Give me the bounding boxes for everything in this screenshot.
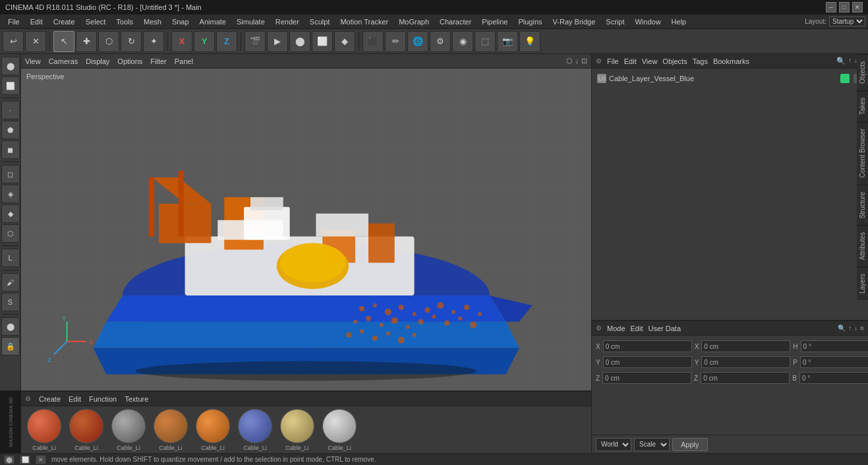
ftab-layers[interactable]: Layers [857,266,868,300]
status-btn-1[interactable]: ⬤ [4,455,14,464]
vp-menu-options[interactable]: Options [117,57,142,65]
menu-pipeline[interactable]: Pipeline [477,16,513,27]
object-visibility-dot[interactable] [840,74,850,83]
attr-b-rot[interactable] [799,372,868,384]
ftab-objects[interactable]: Objects [857,54,868,90]
attributes-menu-mode[interactable]: Mode [607,325,625,332]
attr-ctrl-3[interactable]: ↓ [854,325,857,332]
render-settings-btn[interactable]: ⬜ [312,31,333,52]
menu-tools[interactable]: Tools [111,16,138,27]
attr-y-pos[interactable] [603,356,692,368]
lt-motion[interactable]: ⬡ [1,224,20,243]
objects-menu-edit[interactable]: Edit [624,57,637,65]
object-row[interactable]: L0 Cable_Layer_Vessel_Blue [594,71,865,86]
menu-help[interactable]: Help [666,16,692,27]
menu-window[interactable]: Window [629,16,666,27]
rotate-btn[interactable]: ↻ [121,31,142,52]
attr-x-pos[interactable] [603,340,692,352]
ftab-content-browser[interactable]: Content Browser [857,121,868,184]
lt-points[interactable]: · [1,101,20,119]
objects-panel-ctrl1[interactable]: ↑ [848,57,852,65]
env-btn[interactable]: 🌐 [407,31,428,52]
vp-ctrl-2[interactable]: ↓ [575,57,579,65]
objects-menu-view[interactable]: View [642,57,658,65]
stop-btn[interactable]: ⬤ [289,31,310,52]
layout-select[interactable]: Startup [829,16,865,26]
coord-system-select[interactable]: World Local [596,438,631,451]
light-btn[interactable]: 💡 [519,31,540,52]
attributes-menu-userdata[interactable]: User Data [649,325,681,332]
objects-menu-objects[interactable]: Objects [662,57,687,65]
axis-y-btn[interactable]: Y [194,31,215,52]
material-item-2[interactable]: Cable_Li [67,409,105,451]
minimize-btn[interactable]: ─ [826,2,836,13]
pen-btn[interactable]: ✏ [385,31,406,52]
attr-z-pos2[interactable] [701,372,790,384]
mat-menu-edit[interactable]: Edit [69,395,81,403]
lt-ref[interactable]: ◈ [1,185,20,203]
mat-menu-function[interactable]: Function [89,395,117,403]
menu-motion-tracker[interactable]: Motion Tracker [335,16,393,27]
lt-lock[interactable]: 🔒 [1,337,20,356]
render-btn[interactable]: ◆ [334,31,355,52]
maximize-btn[interactable]: □ [839,2,850,13]
menu-script[interactable]: Script [600,16,629,27]
attr-ctrl-2[interactable]: ↑ [848,325,852,332]
vp-menu-display[interactable]: Display [86,57,109,65]
mat-menu-texture[interactable]: Texture [125,395,148,403]
lt-smooth[interactable]: S [1,293,20,311]
lt-snap[interactable]: ⬤ [1,317,20,336]
vp-menu-panel[interactable]: Panel [175,57,193,65]
material-item-4[interactable]: Cable_Li [152,409,190,451]
play-btn[interactable]: ▶ [267,31,288,52]
redo-btn[interactable]: ✕ [25,31,46,52]
material-item-6[interactable]: Cable_Li [236,409,274,451]
close-btn[interactable]: ✕ [852,2,863,13]
attr-p-rot[interactable] [800,356,868,368]
viewport-3d[interactable]: Perspective Grid Spacing : 10000 cm [21,69,591,424]
attr-y-pos2[interactable] [701,356,790,368]
menu-animate[interactable]: Animate [194,16,231,27]
material-item-3[interactable]: Cable_Li [109,409,148,451]
objects-menu-bookmarks[interactable]: Bookmarks [713,57,749,65]
menu-mograph[interactable]: MoGraph [393,16,434,27]
scale-btn[interactable]: ⬡ [98,31,119,52]
menu-render[interactable]: Render [270,16,304,27]
ftab-structure[interactable]: Structure [857,185,868,226]
vp-menu-view[interactable]: View [25,57,41,65]
vp-ctrl-3[interactable]: ⊡ [581,57,587,65]
menu-select[interactable]: Select [80,16,111,27]
material-item-5[interactable]: Cable_Li [194,409,232,451]
attributes-menu-edit[interactable]: Edit [631,325,643,332]
objects-menu-file[interactable]: File [607,57,619,65]
attr-z-pos[interactable] [602,372,691,384]
transform-btn[interactable]: ✦ [143,31,164,52]
apply-button[interactable]: Apply [672,438,708,451]
axis-x-btn[interactable]: X [171,31,192,52]
status-btn-3[interactable]: ✕ [36,455,46,464]
mod-btn[interactable]: ⚙ [430,31,451,52]
scale-select[interactable]: Scale [634,438,670,451]
ftab-takes[interactable]: Takes [857,90,868,121]
menu-snap[interactable]: Snap [167,16,194,27]
vp-ctrl-1[interactable]: ⬡ [566,57,573,65]
lt-edges[interactable]: ⬟ [1,121,20,139]
record-btn[interactable]: 🎬 [245,31,266,52]
menu-plugins[interactable]: Plugins [513,16,547,27]
select-btn[interactable]: ↖ [53,31,74,52]
lt-polys[interactable]: ◼ [1,140,20,159]
material-item-1[interactable]: Cable_Li [25,409,63,451]
objects-menu-tags[interactable]: Tags [693,57,708,65]
menu-mesh[interactable]: Mesh [138,16,167,27]
status-btn-2[interactable]: ⬜ [20,455,30,464]
attr-ctrl-1[interactable]: 🔍 [838,325,846,332]
attr-h-rot[interactable] [801,340,868,352]
frame-btn[interactable]: ⬚ [475,31,496,52]
material-item-8[interactable]: Cable_Li [320,409,359,451]
lt-mode2[interactable]: ⬜ [1,77,20,95]
shape-btn[interactable]: ◉ [452,31,473,52]
vp-menu-cameras[interactable]: Cameras [49,57,78,65]
mat-menu-create[interactable]: Create [39,395,61,403]
undo-btn[interactable]: ↩ [3,31,24,52]
lt-lasso[interactable]: L [1,249,20,267]
